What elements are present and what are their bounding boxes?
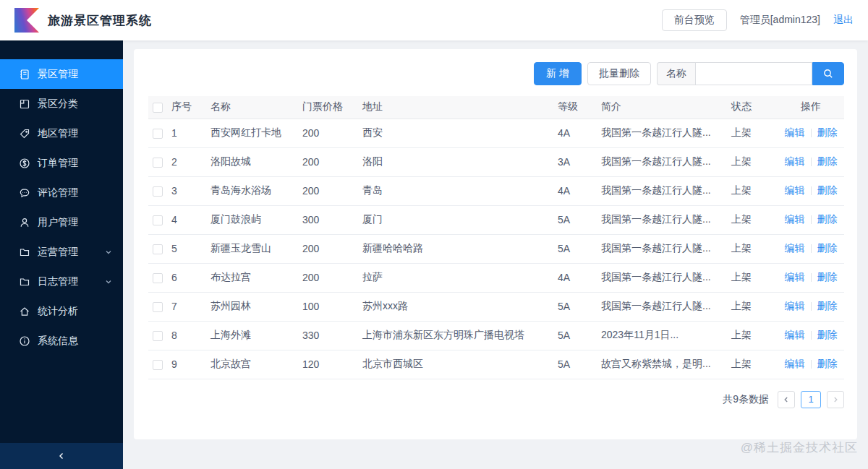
- pagination: 共9条数据 1: [148, 391, 844, 408]
- sidebar-item-order-management[interactable]: 订单管理: [0, 148, 123, 178]
- cell-status: 上架: [727, 350, 778, 379]
- add-button[interactable]: 新 增: [534, 62, 582, 85]
- prev-page-button[interactable]: [778, 391, 795, 408]
- column-header-intro: 简介: [597, 96, 727, 119]
- sidebar-item-user-management[interactable]: 用户管理: [0, 207, 123, 237]
- edit-link[interactable]: 编辑: [785, 300, 805, 311]
- sidebar-item-comment-management[interactable]: 评论管理: [0, 178, 123, 207]
- edit-link[interactable]: 编辑: [785, 242, 805, 254]
- next-page-button[interactable]: [827, 391, 844, 408]
- sidebar-item-region-management[interactable]: 地区管理: [0, 119, 123, 148]
- main-content: 新 增 批量删除 名称 序号 名称: [123, 40, 868, 469]
- cell-intro: 故宫又称紫禁城，是明...: [597, 350, 727, 379]
- cell-name: 西安网红打卡地: [206, 119, 298, 147]
- sidebar-item-scenic-category[interactable]: 景区分类: [0, 89, 123, 119]
- row-checkbox[interactable]: [153, 244, 163, 254]
- delete-link[interactable]: 删除: [817, 126, 838, 138]
- scenic-table: 序号 名称 门票价格 地址 等级 简介 状态 操作 1 西安网红打卡地 200 …: [148, 96, 844, 379]
- search-icon: [822, 68, 834, 79]
- divider: [811, 186, 812, 195]
- column-header-actions: 操作: [778, 96, 844, 119]
- search-input[interactable]: [695, 62, 812, 85]
- row-checkbox[interactable]: [153, 273, 163, 283]
- cell-address: 新疆哈哈哈路: [358, 234, 553, 263]
- folder-icon: [19, 276, 30, 288]
- delete-link[interactable]: 删除: [817, 358, 838, 369]
- delete-link[interactable]: 删除: [817, 271, 838, 283]
- sidebar-item-label: 运营管理: [38, 246, 78, 259]
- row-checkbox[interactable]: [153, 215, 163, 225]
- delete-link[interactable]: 删除: [817, 213, 838, 225]
- category-icon: [19, 98, 30, 110]
- select-all-checkbox[interactable]: [153, 103, 163, 113]
- delete-link[interactable]: 删除: [817, 242, 838, 254]
- cell-index: 6: [167, 263, 206, 292]
- edit-link[interactable]: 编辑: [785, 271, 805, 283]
- pagination-total: 共9条数据: [723, 393, 769, 406]
- row-checkbox[interactable]: [153, 331, 163, 341]
- edit-link[interactable]: 编辑: [785, 358, 805, 369]
- edit-link[interactable]: 编辑: [785, 126, 805, 138]
- cell-index: 4: [167, 205, 206, 234]
- cell-name: 北京故宫: [206, 350, 298, 379]
- sidebar-item-operation-management[interactable]: 运营管理: [0, 237, 123, 267]
- divider: [811, 129, 812, 137]
- sidebar-item-scenic-management[interactable]: 景区管理: [0, 59, 123, 89]
- edit-link[interactable]: 编辑: [785, 184, 805, 196]
- table-header-row: 序号 名称 门票价格 地址 等级 简介 状态 操作: [148, 96, 844, 119]
- row-checkbox[interactable]: [153, 302, 163, 312]
- batch-delete-button[interactable]: 批量删除: [587, 62, 651, 85]
- app-logo-icon: [14, 8, 39, 33]
- header-actions: 前台预览 管理员[admin123] 退出: [662, 9, 854, 31]
- cell-index: 5: [167, 234, 206, 263]
- cell-level: 5A: [553, 321, 597, 350]
- cell-name: 青岛海水浴场: [206, 176, 298, 205]
- column-header-price: 门票价格: [298, 96, 358, 119]
- row-checkbox[interactable]: [153, 158, 163, 168]
- app-title: 旅游景区管理系统: [48, 12, 152, 29]
- divider: [811, 215, 812, 224]
- sidebar-collapse-button[interactable]: [0, 443, 123, 469]
- current-user-label: 管理员[admin123]: [740, 14, 820, 27]
- table-row: 3 青岛海水浴场 200 青岛 4A 我国第一条越江行人隧... 上架 编辑删除: [148, 176, 844, 205]
- table-row: 5 新疆玉龙雪山 200 新疆哈哈哈路 5A 我国第一条越江行人隧... 上架 …: [148, 234, 844, 263]
- cell-price: 330: [298, 321, 358, 350]
- table-row: 8 上海外滩 330 上海市浦东新区东方明珠广播电视塔 5A 2023年11月1…: [148, 321, 844, 350]
- comment-icon: [19, 187, 30, 199]
- cell-address: 厦门: [358, 205, 553, 234]
- delete-link[interactable]: 删除: [817, 329, 838, 340]
- delete-link[interactable]: 删除: [817, 184, 838, 196]
- cell-name: 苏州园林: [206, 292, 298, 321]
- search-button[interactable]: [812, 62, 844, 85]
- current-page-button[interactable]: 1: [801, 391, 821, 408]
- row-checkbox[interactable]: [153, 186, 163, 197]
- chevron-left-icon: [56, 451, 67, 461]
- cell-price: 200: [298, 176, 358, 205]
- edit-link[interactable]: 编辑: [785, 213, 805, 225]
- sidebar: 景区管理 景区分类 地区管理 订单管理 评论管理: [0, 40, 123, 469]
- divider: [811, 302, 812, 311]
- cell-address: 北京市西城区: [358, 350, 553, 379]
- cell-intro: 我国第一条越江行人隧...: [597, 205, 727, 234]
- cell-status: 上架: [727, 176, 778, 205]
- cell-index: 2: [167, 147, 206, 176]
- sidebar-item-log-management[interactable]: 日志管理: [0, 267, 123, 296]
- sidebar-item-label: 系统信息: [38, 335, 78, 348]
- delete-link[interactable]: 删除: [817, 155, 838, 167]
- edit-link[interactable]: 编辑: [785, 155, 805, 167]
- cell-status: 上架: [727, 119, 778, 147]
- delete-link[interactable]: 删除: [817, 300, 838, 311]
- notebook-icon: [19, 69, 30, 80]
- row-checkbox[interactable]: [153, 129, 163, 139]
- edit-link[interactable]: 编辑: [785, 329, 805, 340]
- cell-level: 5A: [553, 234, 597, 263]
- cell-price: 100: [298, 292, 358, 321]
- row-checkbox[interactable]: [153, 360, 163, 370]
- front-preview-button[interactable]: 前台预览: [662, 9, 727, 31]
- sidebar-item-system-info[interactable]: 系统信息: [0, 326, 123, 356]
- logout-link[interactable]: 退出: [833, 14, 854, 27]
- cell-status: 上架: [727, 292, 778, 321]
- cell-address: 上海市浦东新区东方明珠广播电视塔: [358, 321, 553, 350]
- sidebar-item-statistics[interactable]: 统计分析: [0, 296, 123, 326]
- search-field-label: 名称: [657, 62, 695, 85]
